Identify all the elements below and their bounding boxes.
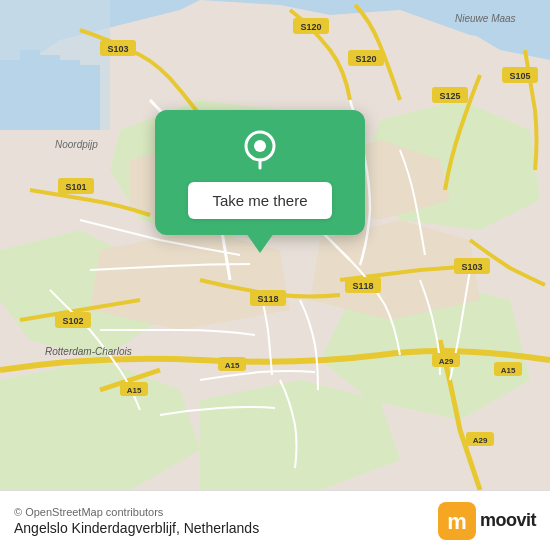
svg-text:S120: S120: [300, 22, 321, 32]
svg-text:A15: A15: [501, 366, 516, 375]
svg-text:A29: A29: [473, 436, 488, 445]
take-me-there-button[interactable]: Take me there: [188, 182, 331, 219]
svg-text:S103: S103: [107, 44, 128, 54]
footer-info: © OpenStreetMap contributors Angelslo Ki…: [14, 506, 259, 536]
moovit-icon: m: [438, 502, 476, 540]
svg-text:S118: S118: [352, 281, 373, 291]
map-container: S103 S120 S120 S125 S105 S101 S102 S118 …: [0, 0, 550, 490]
svg-text:m: m: [447, 509, 467, 534]
svg-text:S118: S118: [257, 294, 278, 304]
svg-marker-5: [20, 50, 40, 130]
popup-card: Take me there: [155, 110, 365, 235]
svg-point-54: [254, 140, 266, 152]
svg-text:S105: S105: [509, 71, 530, 81]
svg-text:S101: S101: [65, 182, 86, 192]
svg-text:Rotterdam-Charlois: Rotterdam-Charlois: [45, 346, 132, 357]
location-label: Angelslo Kinderdagverblijf, Netherlands: [14, 520, 259, 536]
location-pin-icon: [238, 128, 282, 172]
svg-text:Noordpijp: Noordpijp: [55, 139, 98, 150]
svg-text:S102: S102: [62, 316, 83, 326]
osm-attribution: © OpenStreetMap contributors: [14, 506, 259, 518]
svg-text:S103: S103: [461, 262, 482, 272]
svg-text:A15: A15: [225, 361, 240, 370]
moovit-brand-name: moovit: [480, 510, 536, 531]
svg-text:S125: S125: [439, 91, 460, 101]
svg-marker-7: [60, 60, 80, 130]
svg-text:S120: S120: [355, 54, 376, 64]
svg-marker-8: [80, 65, 100, 130]
footer: © OpenStreetMap contributors Angelslo Ki…: [0, 490, 550, 550]
svg-text:A15: A15: [127, 386, 142, 395]
svg-text:Nieuwe Maas: Nieuwe Maas: [455, 13, 516, 24]
moovit-logo: m moovit: [438, 502, 536, 540]
svg-marker-6: [40, 55, 60, 130]
svg-marker-4: [0, 60, 20, 130]
svg-text:A29: A29: [439, 357, 454, 366]
